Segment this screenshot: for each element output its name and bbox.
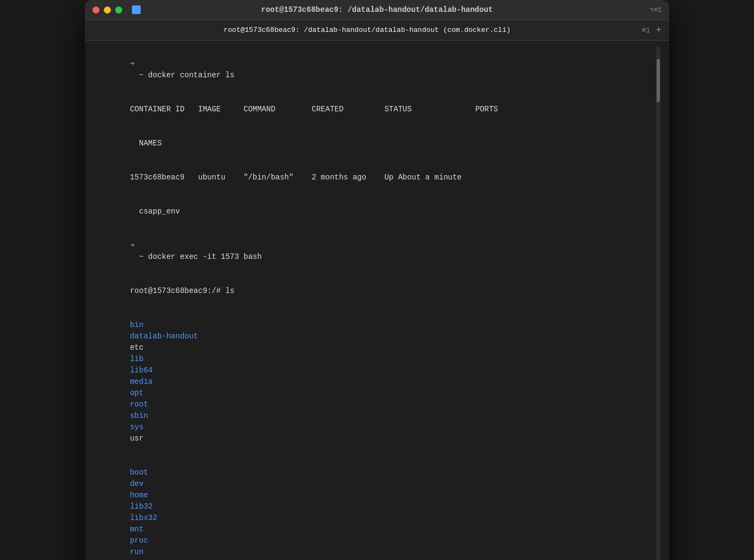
line-header2: NAMES: [94, 126, 656, 161]
minimize-button[interactable]: [104, 6, 111, 14]
line-1: ➜ ~ docker container ls: [94, 47, 656, 92]
tab-shortcut: ⌘1: [642, 26, 651, 35]
close-button[interactable]: [92, 6, 100, 14]
active-tab[interactable]: root@1573c68beac9: /datalab-handout/data…: [92, 26, 642, 34]
tab-bar: root@1573c68beac9: /datalab-handout/data…: [85, 20, 669, 41]
maximize-button[interactable]: [115, 6, 122, 14]
line-ls2: boot dev home lib32 libx32 mnt proc run …: [94, 456, 656, 560]
scrollbar[interactable]: [656, 47, 660, 560]
new-tab-button[interactable]: +: [656, 25, 662, 36]
terminal-body[interactable]: ➜ ~ docker container ls CONTAINER ID IMA…: [85, 41, 669, 560]
terminal-window: root@1573c68beac9: /datalab-handout/data…: [85, 0, 669, 560]
terminal-content: ➜ ~ docker container ls CONTAINER ID IMA…: [94, 47, 656, 560]
terminal-icon: [132, 5, 141, 14]
line-container: 1573c68beac9 ubuntu "/bin/bash" 2 months…: [94, 161, 656, 195]
scrollbar-thumb[interactable]: [657, 59, 660, 102]
line-ls1: bin datalab-handout etc lib lib64 media …: [94, 308, 656, 456]
line-2: ➜ ~ docker exec -it 1573 bash: [94, 229, 656, 274]
title-bar: root@1573c68beac9: /datalab-handout/data…: [85, 0, 669, 20]
line-3: root@1573c68beac9:/# ls: [94, 274, 656, 308]
line-container-name: csapp_env: [94, 195, 656, 229]
line-header: CONTAINER ID IMAGE COMMAND CREATED STATU…: [94, 92, 656, 126]
window-title: root@1573c68beac9: /datalab-handout/data…: [261, 5, 493, 14]
window-shortcut: ⌥⌘1: [650, 6, 662, 14]
